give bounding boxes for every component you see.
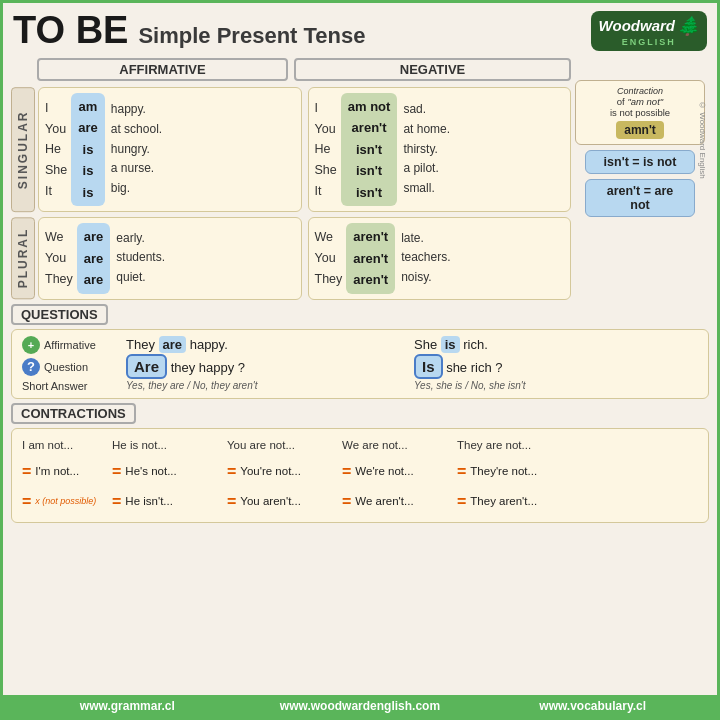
upper-section: AFFIRMATIVE NEGATIVE SINGULAR I You He (3, 56, 717, 300)
ct1-row2-text: I'm not... (35, 462, 79, 482)
singular-neg-cell: I You He She It am not aren't isn't isn'… (308, 87, 572, 212)
eq-icon-4b: = (342, 488, 351, 515)
affirmative-text: Affirmative (44, 339, 96, 351)
q-aff-sentence1: They are happy. (126, 337, 410, 352)
singular-section: SINGULAR I You He She It am are (11, 87, 571, 212)
arent-eq: aren't = are not (607, 184, 674, 212)
ct5-row2-text: They're not... (470, 462, 537, 482)
title-subtitle: Simple Present Tense (138, 23, 365, 49)
plural-neg-cell: We You They aren't aren't aren't late. t… (308, 217, 572, 299)
plural-neg-pronouns: We You They (315, 227, 343, 289)
upper-left: AFFIRMATIVE NEGATIVE SINGULAR I You He (11, 58, 571, 300)
eq-icon-1b: = (22, 488, 31, 515)
negative-label: NEGATIVE (294, 58, 571, 81)
is-big-verb: Is (414, 354, 443, 379)
main-container: TO BE Simple Present Tense Woodward 🌲 EN… (0, 0, 720, 720)
contractions-col5: They are not... = They're not... = They … (455, 435, 580, 517)
q-row-short-answer: Short Answer Yes, they are / No, they ar… (22, 380, 698, 392)
plural-neg-verbs: aren't aren't aren't (346, 223, 395, 293)
amnt-of: of "am not" (583, 96, 697, 107)
title-to-be: TO BE (13, 9, 128, 52)
singular-grid: I You He She It am are is is is (38, 87, 571, 212)
ct3-row3-text: You aren't... (240, 492, 301, 512)
question-text: Question (44, 361, 88, 373)
singular-aff-comps: happy. at school. hungry. a nurse. big. (111, 100, 162, 199)
ct2-row2-text: He's not... (125, 462, 176, 482)
questions-section: QUESTIONS + Affirmative They are happy. … (3, 304, 717, 399)
eq-icon-5a: = (457, 458, 466, 485)
tree-icon: 🌲 (677, 15, 699, 37)
ct2-row3-text: He isn't... (125, 492, 173, 512)
eq-icon-3b: = (227, 488, 236, 515)
q-row-question: ? Question Are they happy ? Is she rich … (22, 358, 698, 376)
eq-icon-3a: = (227, 458, 236, 485)
footer-link1[interactable]: www.grammar.cl (11, 699, 244, 713)
plus-badge: + (22, 336, 40, 354)
short-answer-text: Short Answer (22, 380, 87, 392)
plural-neg-comps: late. teachers. noisy. (401, 229, 450, 288)
ct4-row2: = We're not... (340, 457, 455, 486)
isnt-eq: isn't = is not (604, 155, 677, 169)
singular-aff-cell: I You He She It am are is is is (38, 87, 302, 212)
ct3-row1: You are not... (225, 435, 340, 457)
q-short-answer2: Yes, she is / No, she isn't (414, 380, 698, 391)
contractions-table: I am not... = I'm not... = x (not possib… (11, 428, 709, 524)
ct3-row2-text: You're not... (240, 462, 301, 482)
isnt-eq-box: isn't = is not (585, 150, 695, 174)
q-row-affirmative: + Affirmative They are happy. She is ric… (22, 336, 698, 354)
questions-label: QUESTIONS (11, 304, 108, 325)
logo-box: Woodward 🌲 ENGLISH (591, 11, 707, 51)
ct1-row3-text: x (not possible) (35, 494, 96, 509)
plural-section: PLURAL We You They are are are (11, 217, 571, 299)
eq-icon-2b: = (112, 488, 121, 515)
copyright: © Woodward English (698, 101, 709, 179)
ct4-row1: We are not... (340, 435, 455, 457)
ct3-row2: = You're not... (225, 457, 340, 486)
q-short-label: Short Answer (22, 380, 122, 392)
contractions-label: CONTRACTIONS (11, 403, 136, 424)
plural-aff-verbs: are are are (77, 223, 111, 293)
section-headers: AFFIRMATIVE NEGATIVE (11, 58, 571, 81)
ct2-row1: He is not... (110, 435, 225, 457)
q-affirmative-label: + Affirmative (22, 336, 122, 354)
eq-icon-1a: = (22, 458, 31, 485)
are-highlight: are (159, 336, 187, 353)
ct1-row3: = x (not possible) (20, 487, 110, 516)
amnt-badge: amn't (616, 121, 664, 139)
contractions-col4: We are not... = We're not... = We aren't… (340, 435, 455, 517)
q-question-sentence1: Are they happy ? (126, 358, 410, 375)
contractions-col2: He is not... = He's not... = He isn't... (110, 435, 225, 517)
singular-neg-pronouns: I You He She It (315, 98, 337, 201)
ct5-row3-text: They aren't... (470, 492, 537, 512)
plural-aff-cell: We You They are are are early. students. (38, 217, 302, 299)
ct1-row2: = I'm not... (20, 457, 110, 486)
singular-aff-verbs: am are is is is (71, 93, 105, 206)
ct4-row3: = We aren't... (340, 487, 455, 516)
amnt-title: Contraction (583, 86, 697, 96)
footer-link3[interactable]: www.vocabulary.cl (476, 699, 709, 713)
ct5-row1: They are not... (455, 435, 580, 457)
contractions-section: CONTRACTIONS I am not... = I'm not... = … (3, 403, 717, 524)
affirmative-label: AFFIRMATIVE (37, 58, 288, 81)
logo-english: ENGLISH (599, 37, 699, 47)
ct5-row2: = They're not... (455, 457, 580, 486)
footer-link2[interactable]: www.woodwardenglish.com (244, 699, 477, 713)
ct4-row3-text: We aren't... (355, 492, 413, 512)
eq-icon-4a: = (342, 458, 351, 485)
plural-band: PLURAL (11, 217, 35, 299)
singular-band: SINGULAR (11, 87, 35, 212)
is-highlight: is (441, 336, 460, 353)
ct1-row1: I am not... (20, 435, 110, 457)
q-short-answer1: Yes, they are / No, they aren't (126, 380, 410, 391)
right-notes: Contraction of "am not" is not possible … (571, 58, 709, 300)
eq-icon-2a: = (112, 458, 121, 485)
q-question-sentence2: Is she rich ? (414, 358, 698, 375)
contractions-col3: You are not... = You're not... = You are… (225, 435, 340, 517)
arent-eq-box: aren't = are not (585, 179, 695, 217)
header: TO BE Simple Present Tense Woodward 🌲 EN… (3, 3, 717, 56)
amnt-note: is not possible (583, 107, 697, 118)
q-question-label: ? Question (22, 358, 122, 376)
logo-wordward: Woodward 🌲 (599, 15, 699, 37)
footer: www.grammar.cl www.woodwardenglish.com w… (3, 695, 717, 717)
ct4-row2-text: We're not... (355, 462, 413, 482)
